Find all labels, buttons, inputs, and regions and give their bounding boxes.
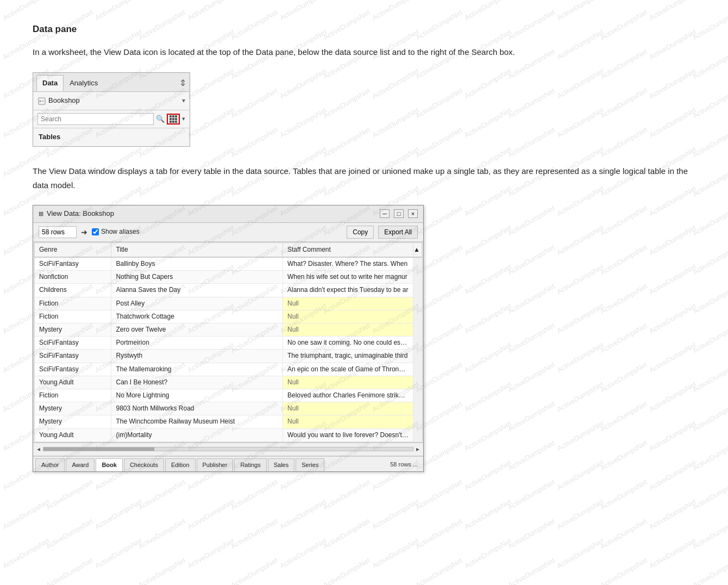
cell-genre: Fiction — [35, 297, 111, 310]
cell-title: 9803 North Millworks Road — [111, 402, 283, 415]
table-header-row: Genre Title Staff Comment ▲ — [35, 242, 422, 257]
rows-arrow-icon[interactable]: ➜ — [81, 226, 87, 238]
scroll-right-icon[interactable]: ▸ — [415, 444, 421, 455]
bottom-tab-checkouts[interactable]: Checkouts — [124, 458, 164, 472]
data-pane-tabs: Data Analytics ⇕ — [33, 73, 190, 92]
cell-comment: No one saw it coming. No one could escap — [283, 337, 413, 350]
window-title-text: View Data: Bookshop — [47, 208, 380, 220]
copy-button[interactable]: Copy — [347, 226, 374, 239]
scroll-left-icon[interactable]: ◂ — [35, 444, 42, 455]
table-row: FictionPost AlleyNull — [35, 297, 422, 310]
table-row: Mystery9803 North Millworks RoadNull — [35, 402, 422, 415]
table-row: FictionThatchwork CottageNull — [35, 310, 422, 323]
window-titlebar: ⊞ View Data: Bookshop ─ □ × — [33, 206, 423, 223]
cell-title: Post Alley — [111, 297, 283, 310]
data-pane-panel: Data Analytics ⇕ Bookshop ▾ 🔍 ▾ Tables — [33, 72, 190, 147]
bottom-tab-sales[interactable]: Sales — [268, 458, 295, 472]
cell-genre: Fiction — [35, 310, 111, 323]
source-icon — [37, 97, 46, 105]
cell-comment: Alanna didn't expect this Tuesday to be … — [283, 284, 413, 297]
cell-genre: Young Adult — [35, 376, 111, 389]
bottom-tab-book[interactable]: Book — [96, 458, 123, 472]
search-input[interactable] — [37, 113, 154, 125]
cell-title: No More Lightning — [111, 389, 283, 402]
maximize-button[interactable]: □ — [394, 209, 404, 218]
show-aliases-control: Show aliases — [92, 227, 140, 237]
cell-title: Alanna Saves the Day — [111, 284, 283, 297]
data-table-wrapper: Genre Title Staff Comment ▲ SciFi/Fantas… — [34, 242, 423, 443]
cell-genre: SciFi/Fantasy — [35, 257, 111, 271]
cell-title: Portmeirion — [111, 337, 283, 350]
cell-title: Rystwyth — [111, 350, 283, 363]
show-aliases-label: Show aliases — [101, 227, 140, 237]
export-all-button[interactable]: Export All — [378, 226, 418, 239]
svg-point-1 — [40, 100, 41, 102]
window-title-icon: ⊞ — [39, 209, 43, 219]
source-dropdown-icon[interactable]: ▾ — [182, 96, 185, 106]
cell-genre: Nonfiction — [35, 271, 111, 284]
pane-dropdown-icon[interactable]: ▾ — [182, 114, 185, 124]
table-row: MysteryThe Winchcombe Railway Museum Hei… — [35, 415, 422, 428]
table-row: NonfictionNothing But CapersWhen his wif… — [35, 271, 422, 284]
close-button[interactable]: × — [408, 209, 418, 218]
cell-genre: SciFi/Fantasy — [35, 350, 111, 363]
col-comment: Staff Comment — [283, 242, 413, 257]
bottom-tabs: AuthorAwardBookCheckoutsEditionPublisher… — [33, 456, 423, 472]
cell-genre: Fiction — [35, 389, 111, 402]
cell-comment: An epic on the scale of Game of Thrones … — [283, 363, 413, 376]
table-row: SciFi/FantasyPortmeirionNo one saw it co… — [35, 337, 422, 350]
show-aliases-checkbox[interactable] — [92, 228, 99, 235]
cell-comment: When his wife set out to write her magnu… — [283, 271, 413, 284]
view-data-icon-button[interactable] — [167, 114, 180, 125]
cell-title: Zero over Twelve — [111, 323, 283, 337]
cell-comment: What? Disaster. Where? The stars. When — [283, 257, 413, 271]
bottom-tab-edition[interactable]: Edition — [165, 458, 196, 472]
bottom-tab-award[interactable]: Award — [66, 458, 95, 472]
cell-title: Nothing But Capers — [111, 271, 283, 284]
bottom-tab-author[interactable]: Author — [35, 458, 65, 472]
scroll-track[interactable] — [43, 447, 413, 451]
table-row: Young AdultCan I Be Honest?Null — [35, 376, 422, 389]
scroll-thumb — [43, 447, 154, 451]
minimize-button[interactable]: ─ — [380, 209, 390, 218]
cell-title: The Winchcombe Railway Museum Heist — [111, 415, 283, 428]
col-scroll: ▲ — [413, 242, 422, 257]
cell-title: The Mallemaroking — [111, 363, 283, 376]
rows-input[interactable] — [39, 226, 77, 238]
cell-title: Ballinby Boys — [111, 257, 283, 271]
bottom-tab-publisher[interactable]: Publisher — [197, 458, 234, 472]
cell-comment: Null — [283, 402, 413, 415]
table-row: SciFi/FantasyBallinby BoysWhat? Disaster… — [35, 257, 422, 271]
cell-title: (im)Mortality — [111, 428, 283, 441]
search-row: 🔍 ▾ — [33, 110, 190, 128]
cell-title: Can I Be Honest? — [111, 376, 283, 389]
data-source-row: Bookshop ▾ — [33, 92, 190, 110]
description-1: In a worksheet, the View Data icon is lo… — [33, 45, 695, 59]
table-row: ChildrensAlanna Saves the DayAlanna didn… — [35, 284, 422, 297]
table-row: FictionNo More LightningBeloved author C… — [35, 389, 422, 402]
cell-comment: Null — [283, 310, 413, 323]
bottom-tab-series[interactable]: Series — [296, 458, 324, 472]
tab-data[interactable]: Data — [36, 75, 64, 92]
tables-label: Tables — [33, 128, 190, 146]
sort-icon[interactable]: ⇕ — [179, 76, 186, 90]
window-controls: ─ □ × — [380, 209, 418, 218]
cell-comment: Null — [283, 297, 413, 310]
cell-genre: Mystery — [35, 415, 111, 428]
search-icon[interactable]: 🔍 — [156, 114, 165, 125]
window-toolbar: ➜ Show aliases Copy Export All — [33, 223, 423, 242]
cell-comment: Null — [283, 415, 413, 428]
cell-comment: Null — [283, 376, 413, 389]
cell-comment: Null — [283, 323, 413, 337]
data-table: Genre Title Staff Comment ▲ SciFi/Fantas… — [34, 242, 422, 442]
bottom-tab-ratings[interactable]: Ratings — [234, 458, 266, 472]
col-genre: Genre — [35, 242, 111, 257]
view-data-window: ⊞ View Data: Bookshop ─ □ × ➜ Show alias… — [33, 205, 424, 472]
cell-title: Thatchwork Cottage — [111, 310, 283, 323]
table-row: MysteryZero over TwelveNull — [35, 323, 422, 337]
tab-analytics[interactable]: Analytics — [64, 75, 104, 91]
cell-genre: Childrens — [35, 284, 111, 297]
source-name: Bookshop — [48, 95, 182, 107]
page-title: Data pane — [33, 22, 695, 36]
cell-genre: Mystery — [35, 402, 111, 415]
